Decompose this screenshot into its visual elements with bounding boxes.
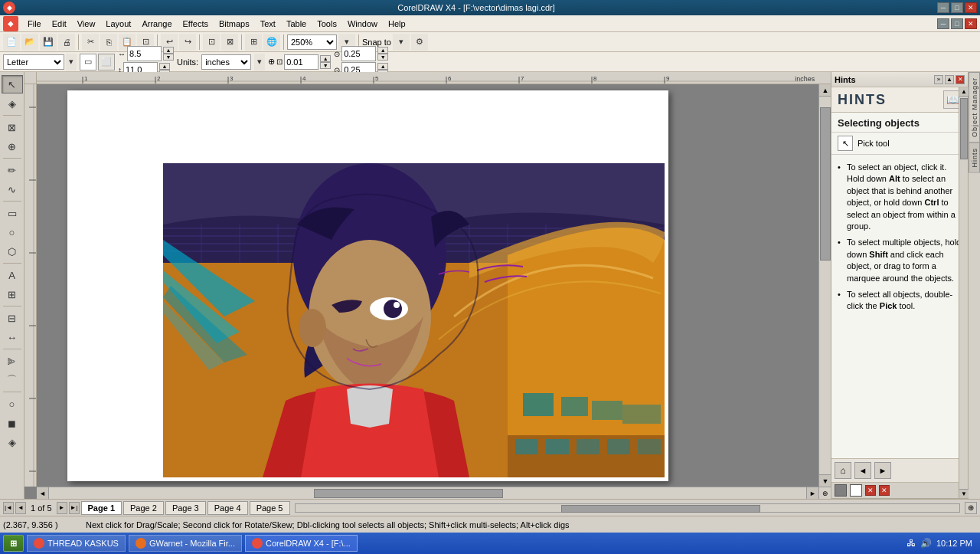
menu-effects[interactable]: Effects	[178, 18, 213, 30]
hscrollbar-track[interactable]	[295, 503, 961, 513]
pick-tool-button[interactable]: ↖	[2, 75, 23, 93]
page-prev-button[interactable]: ◄	[15, 502, 26, 514]
hints-expand-button[interactable]: »	[934, 75, 943, 84]
page-size-list[interactable]: ▾	[66, 54, 77, 70]
zoom-fit-button[interactable]: ⊕	[818, 487, 831, 499]
canvas-content[interactable]	[37, 84, 831, 487]
hscroll-thumb[interactable]	[314, 489, 503, 498]
taskbar-item-kaskus[interactable]: THREAD KASKUS	[27, 535, 126, 552]
hints-forward-button[interactable]: ►	[874, 462, 891, 479]
snap-to-dropdown[interactable]: ▾	[393, 34, 410, 51]
menu-table[interactable]: Table	[282, 18, 311, 30]
page-first-button[interactable]: |◄	[3, 502, 14, 514]
minimize-button[interactable]: ─	[937, 2, 949, 13]
zoom-tool-button[interactable]: ⊕	[2, 137, 23, 156]
taskbar-item-firefox[interactable]: GWarnet - Mozilla Fir...	[129, 535, 242, 552]
hints-panel-scrollbar[interactable]: ▲ ▼	[959, 87, 968, 498]
artwork-canvas[interactable]	[163, 163, 665, 477]
print-button[interactable]: 🖨	[58, 34, 75, 51]
ellipse-tool-button[interactable]: ○	[2, 223, 23, 241]
hscroll-right-arrow[interactable]: ►	[806, 487, 818, 500]
hints-side-tab[interactable]: Hints	[969, 143, 980, 173]
menu-bitmaps[interactable]: Bitmaps	[214, 18, 254, 30]
width-down-arrow[interactable]: ▼	[163, 54, 174, 61]
snap-settings-button[interactable]: ⚙	[411, 34, 428, 51]
menu-window[interactable]: Window	[343, 18, 382, 30]
polygon-tool-button[interactable]: ⬡	[2, 242, 23, 261]
hints-float-button[interactable]: ▲	[945, 75, 954, 84]
cut-button[interactable]: ✂	[82, 34, 99, 51]
start-button[interactable]: ⊞	[3, 535, 24, 552]
page-tab-2[interactable]: Page 2	[123, 501, 164, 515]
units-dropdown[interactable]: inches mm cm	[201, 54, 251, 70]
page-tab-1[interactable]: Page 1	[81, 501, 122, 515]
hscroll-handle[interactable]	[561, 505, 760, 513]
offset-x-input[interactable]	[341, 46, 376, 61]
outline-tool-button[interactable]: ○	[2, 395, 23, 413]
connector-tool-button[interactable]: ↔	[2, 328, 23, 346]
portrait-button[interactable]: ▭	[80, 54, 96, 70]
canvas-area[interactable]: inches 1 2 3 4 5 6 7 8	[24, 72, 831, 499]
width-spinner[interactable]: ▲ ▼	[163, 47, 174, 61]
page-last-button[interactable]: ►|	[69, 502, 80, 514]
save-button[interactable]: 💾	[40, 34, 57, 51]
menu-view[interactable]: View	[73, 18, 100, 30]
open-button[interactable]: 📂	[21, 34, 38, 51]
page-next-button[interactable]: ►	[57, 502, 67, 514]
hscroll-track[interactable]	[49, 488, 806, 499]
app-launcher-button[interactable]: ⊞	[245, 34, 262, 51]
crop-tool-button[interactable]: ⊠	[2, 118, 23, 136]
menu-edit[interactable]: Edit	[47, 18, 71, 30]
landscape-button[interactable]: ⬜	[98, 54, 115, 70]
document-page[interactable]	[67, 90, 668, 481]
table-tool-button[interactable]: ⊞	[2, 285, 23, 303]
nudge-spinner[interactable]: ▲ ▼	[320, 55, 331, 69]
nudge-input[interactable]	[284, 54, 318, 70]
zoom-out-corner[interactable]: ⊕	[965, 502, 977, 514]
hscroll-left-arrow[interactable]: ◄	[37, 487, 49, 500]
smartdraw-tool-button[interactable]: ∿	[2, 180, 23, 198]
menu-help[interactable]: Help	[384, 18, 410, 30]
shape-tool-button[interactable]: ◈	[2, 94, 23, 113]
height-up-arrow[interactable]: ▲	[159, 63, 170, 70]
dimension-tool-button[interactable]: ⊟	[2, 309, 23, 327]
page-tab-3[interactable]: Page 3	[165, 501, 206, 515]
redo-button[interactable]: ↪	[179, 34, 196, 51]
publish-web-button[interactable]: 🌐	[263, 34, 280, 51]
offset-x-spinner[interactable]: ▲ ▼	[377, 47, 388, 61]
blend-tool-button[interactable]: ⫸	[2, 352, 23, 370]
eyedropper-tool-button[interactable]: ⌒	[2, 371, 23, 389]
rectangle-tool-button[interactable]: ▭	[2, 204, 23, 222]
close-x2-button[interactable]: ✕	[879, 485, 890, 496]
panel-scroll-thumb[interactable]	[960, 98, 968, 159]
page-width-input[interactable]	[127, 46, 162, 61]
import-button[interactable]: ⊡	[203, 34, 220, 51]
vscroll-up-arrow[interactable]: ▲	[819, 84, 831, 97]
new-button[interactable]: 📄	[3, 34, 20, 51]
zoom-dropdown[interactable]: 250% 100% 50%	[287, 34, 337, 50]
page-tab-5[interactable]: Page 5	[250, 501, 290, 515]
text-tool-button[interactable]: A	[2, 266, 23, 284]
panel-vscroll-up[interactable]: ▲	[959, 87, 969, 97]
copy-button[interactable]: ⎘	[100, 34, 117, 51]
page-tab-4[interactable]: Page 4	[207, 501, 248, 515]
menu-file[interactable]: File	[23, 18, 46, 30]
hscroll-bar[interactable]	[295, 503, 961, 513]
hints-home-button[interactable]: ⌂	[835, 462, 851, 479]
hints-back-button[interactable]: ◄	[854, 462, 871, 479]
menu-tools[interactable]: Tools	[312, 18, 341, 30]
hints-close-button[interactable]: ✕	[956, 75, 965, 84]
menu-layout[interactable]: Layout	[101, 18, 136, 30]
units-list[interactable]: ▾	[254, 54, 265, 70]
freehand-tool-button[interactable]: ✏	[2, 161, 23, 179]
doc-minimize-button[interactable]: ─	[937, 18, 949, 29]
menu-text[interactable]: Text	[256, 18, 280, 30]
doc-maximize-button[interactable]: □	[951, 18, 963, 29]
close-button[interactable]: ✕	[965, 2, 977, 13]
page-size-dropdown[interactable]: Letter A4 Legal	[3, 54, 64, 70]
canvas-hscrollbar[interactable]: ◄ ►	[37, 487, 818, 499]
panel-vscroll-down[interactable]: ▼	[959, 489, 969, 498]
vscroll-thumb[interactable]	[820, 107, 831, 261]
object-manager-tab[interactable]: Object Manager	[969, 72, 980, 143]
export-button[interactable]: ⊠	[221, 34, 238, 51]
